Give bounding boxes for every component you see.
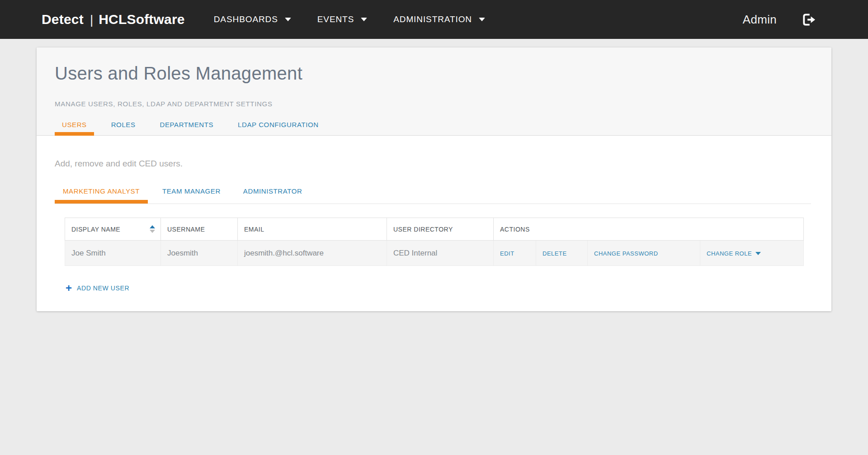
delete-action-cell: DELETE	[536, 241, 588, 266]
display-name-cell: Joe Smith	[65, 241, 161, 266]
sort-arrows-icon[interactable]	[150, 225, 155, 233]
top-navbar: Detect | HCLSoftware DASHBOARDS EVENTS A…	[0, 0, 868, 39]
plus-icon: +	[66, 284, 72, 292]
chevron-down-icon	[285, 18, 291, 21]
edit-button[interactable]: EDIT	[500, 250, 514, 257]
edit-action-cell: EDIT	[494, 241, 536, 266]
users-table: DISPLAY NAME USERNAME EMAIL USER DIRECTO…	[65, 218, 804, 266]
tab-departments-label: DEPARTMENTS	[160, 121, 214, 128]
section-description: Add, remove and edit CED users.	[55, 159, 811, 168]
brand-company-name: HCLSoftware	[99, 12, 185, 27]
delete-button[interactable]: DELETE	[542, 250, 567, 257]
menu-dashboards[interactable]: DASHBOARDS	[214, 14, 291, 24]
menu-events-label: EVENTS	[317, 14, 354, 24]
tab-ldap-configuration[interactable]: LDAP CONFIGURATION	[231, 120, 326, 135]
menu-dashboards-label: DASHBOARDS	[214, 14, 278, 24]
column-header-display-name[interactable]: DISPLAY NAME	[65, 218, 161, 241]
change-role-action-cell: CHANGE ROLE	[700, 241, 804, 266]
table-header-row: DISPLAY NAME USERNAME EMAIL USER DIRECTO…	[65, 218, 804, 241]
column-header-actions: ACTIONS	[494, 218, 804, 241]
change-role-label: CHANGE ROLE	[707, 250, 752, 257]
menu-administration-label: ADMINISTRATION	[393, 14, 472, 24]
brand-separator: |	[90, 13, 93, 27]
add-new-user-button[interactable]: + ADD NEW USER	[66, 284, 129, 292]
tab-users[interactable]: USERS	[55, 120, 94, 135]
card-body: Add, remove and edit CED users. MARKETIN…	[37, 159, 831, 294]
column-header-display-name-label: DISPLAY NAME	[71, 226, 120, 233]
email-cell: joesmith.@hcl.software	[238, 241, 387, 266]
card-header: Users and Roles Management MANAGE USERS,…	[37, 47, 831, 136]
username-cell: Joesmith	[161, 241, 238, 266]
user-directory-cell: CED Internal	[387, 241, 494, 266]
sort-asc-icon	[150, 225, 155, 228]
role-tabs: MARKETING ANALYST TEAM MANAGER ADMINISTR…	[55, 187, 811, 204]
column-header-username: USERNAME	[161, 218, 238, 241]
sign-out-icon	[802, 13, 816, 27]
logout-button[interactable]	[802, 13, 816, 27]
change-password-button[interactable]: CHANGE PASSWORD	[594, 250, 658, 257]
role-tab-administrator-label: ADMINISTRATOR	[243, 187, 302, 195]
menu-events[interactable]: EVENTS	[317, 14, 367, 24]
table-row: Joe Smith Joesmith joesmith.@hcl.softwar…	[65, 241, 804, 266]
tab-users-label: USERS	[62, 121, 87, 128]
column-header-user-directory: USER DIRECTORY	[387, 218, 494, 241]
brand-product-name: Detect	[42, 12, 84, 27]
current-user-label[interactable]: Admin	[743, 13, 777, 27]
column-header-email: EMAIL	[238, 218, 387, 241]
role-tab-marketing-analyst-label: MARKETING ANALYST	[63, 187, 140, 195]
sort-desc-icon	[150, 230, 155, 233]
tab-departments[interactable]: DEPARTMENTS	[153, 120, 221, 135]
users-roles-card: Users and Roles Management MANAGE USERS,…	[37, 47, 831, 311]
caret-down-icon	[755, 252, 761, 255]
role-tab-team-manager[interactable]: TEAM MANAGER	[154, 187, 229, 204]
chevron-down-icon	[479, 18, 485, 21]
page-title: Users and Roles Management	[55, 62, 811, 84]
role-tab-administrator[interactable]: ADMINISTRATOR	[235, 187, 311, 204]
page-subtitle: MANAGE USERS, ROLES, LDAP AND DEPARTMENT…	[55, 100, 811, 107]
brand-logo[interactable]: Detect | HCLSoftware	[42, 12, 185, 27]
change-password-action-cell: CHANGE PASSWORD	[588, 241, 700, 266]
main-menu: DASHBOARDS EVENTS ADMINISTRATION	[214, 14, 485, 24]
role-tab-marketing-analyst[interactable]: MARKETING ANALYST	[55, 187, 148, 204]
role-tab-team-manager-label: TEAM MANAGER	[162, 187, 221, 195]
main-tabs: USERS ROLES DEPARTMENTS LDAP CONFIGURATI…	[55, 120, 811, 135]
change-role-button[interactable]: CHANGE ROLE	[707, 250, 761, 257]
tab-ldap-configuration-label: LDAP CONFIGURATION	[238, 121, 319, 128]
chevron-down-icon	[361, 18, 367, 21]
navbar-right: Admin	[743, 13, 816, 27]
tab-roles[interactable]: ROLES	[104, 120, 143, 135]
tab-roles-label: ROLES	[111, 121, 136, 128]
menu-administration[interactable]: ADMINISTRATION	[393, 14, 485, 24]
add-new-user-label: ADD NEW USER	[77, 284, 129, 292]
